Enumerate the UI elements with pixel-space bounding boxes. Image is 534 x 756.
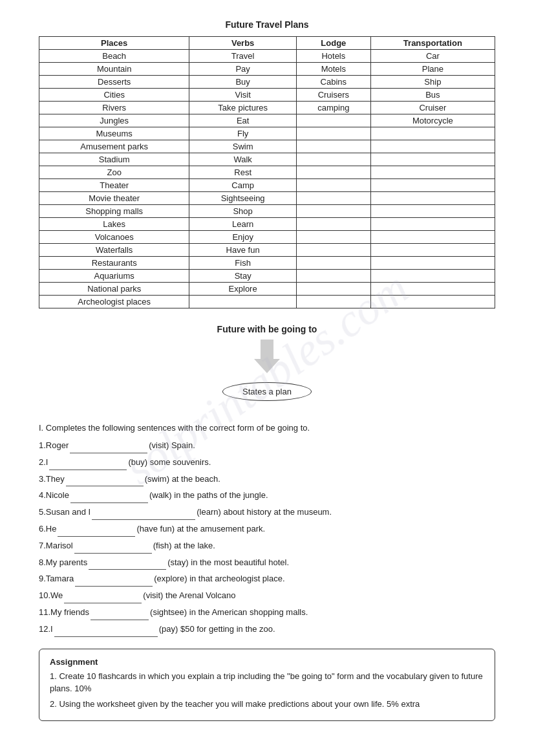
exercise-prefix: Tamara — [46, 574, 74, 583]
table-cell: Rest — [189, 166, 297, 179]
exercise-verb: (learn) — [197, 507, 223, 517]
table-cell: Waterfalls — [39, 244, 189, 257]
table-cell — [296, 218, 370, 231]
exercise-rest: about history at the museum. — [223, 507, 332, 517]
table-row: VolcanoesEnjoy — [39, 231, 495, 244]
table-cell — [296, 231, 370, 244]
table-cell: Cruisers — [296, 89, 370, 102]
table-row: RestaurantsFish — [39, 257, 495, 270]
table-cell: camping — [296, 102, 370, 114]
exercise-num: 7. — [39, 541, 46, 550]
arrow-shape — [254, 340, 280, 373]
exercise-rest: in the American shopping malls. — [189, 607, 308, 617]
exercise-rest: at the lake. — [174, 541, 215, 550]
table-cell: Museums — [39, 127, 189, 140]
table-cell: Fly — [189, 127, 297, 140]
table-cell — [370, 192, 495, 205]
assignment-item-2: 2. Using the worksheet given by the teac… — [50, 698, 484, 711]
exercise-verb: (swim) — [145, 474, 172, 484]
table-cell: Zoo — [39, 166, 189, 179]
assignment-item-1: 1. Create 10 flashcards in which you exp… — [50, 670, 484, 695]
exercise-num: 5. — [39, 507, 46, 517]
exercise-verb: (visit) — [143, 590, 166, 600]
exercise-num: 10. — [39, 590, 50, 600]
exercise-rest: the Arenal Volcano — [166, 590, 235, 600]
table-cell: Take pictures — [189, 102, 297, 114]
table-cell — [296, 296, 370, 308]
list-item: 10.We (visit) the Arenal Volcano — [39, 589, 495, 603]
table-row: Shopping mallsShop — [39, 205, 495, 218]
exercise-num: 11. — [39, 607, 50, 617]
table-cell — [370, 218, 495, 231]
exercise-rest: some souvenirs. — [150, 457, 211, 467]
table-cell — [296, 257, 370, 270]
table-cell: National parks — [39, 283, 189, 296]
exercise-verb: (explore) — [154, 574, 189, 583]
table-cell — [296, 166, 370, 179]
table-cell — [370, 270, 495, 283]
list-item: 1.Roger (visit) Spain. — [39, 439, 495, 453]
exercise-verb: (visit) — [149, 440, 171, 450]
table-cell: Cruiser — [370, 102, 495, 114]
exercise-verb: (buy) — [128, 457, 149, 467]
col-header-places: Places — [39, 37, 189, 50]
table-cell — [189, 296, 297, 308]
table-cell — [370, 231, 495, 244]
list-item: 6.He (have fun) at the amusement park. — [39, 523, 495, 537]
exercise-rest: in that archeologist place. — [189, 574, 284, 583]
table-cell: Hotels — [296, 50, 370, 63]
table-cell — [370, 153, 495, 166]
table-cell: Amusement parks — [39, 140, 189, 153]
exercise-blank — [58, 523, 135, 537]
table-row: TheaterCamp — [39, 179, 495, 192]
states-a-plan-oval: States a plan — [222, 382, 312, 401]
table-cell: Walk — [189, 153, 297, 166]
page-title: Future Travel Plans — [39, 19, 495, 30]
table-cell: Pay — [189, 63, 297, 76]
list-item: 8.My parents (stay) in the most beautifu… — [39, 556, 495, 570]
list-item: 7.Marisol (fish) at the lake. — [39, 539, 495, 554]
table-cell — [370, 244, 495, 257]
table-cell: Aquariums — [39, 270, 189, 283]
table-cell — [370, 257, 495, 270]
arrow-head — [254, 359, 280, 373]
exercise-blank — [70, 489, 148, 503]
table-cell — [296, 192, 370, 205]
exercise-rest: Spain. — [171, 440, 195, 450]
exercise-rest: in the most beautiful hotel. — [191, 557, 289, 567]
exercise-prefix: I — [46, 457, 48, 467]
table-cell: Cities — [39, 89, 189, 102]
table-row: LakesLearn — [39, 218, 495, 231]
exercise-verb: (fish) — [153, 541, 175, 550]
exercise-verb: (have fun) — [136, 524, 176, 534]
table-cell: Motorcycle — [370, 114, 495, 127]
list-item: 11.My friends (sightsee) in the American… — [39, 606, 495, 620]
table-row: ZooRest — [39, 166, 495, 179]
table-row: Movie theaterSightseeing — [39, 192, 495, 205]
list-item: 2.I (buy) some souvenirs. — [39, 456, 495, 470]
exercise-verb: (walk) — [149, 490, 174, 500]
exercise-rest: at the beach. — [172, 474, 220, 484]
table-cell: Buy — [189, 76, 297, 89]
table-row: StadiumWalk — [39, 153, 495, 166]
exercise-blank — [54, 623, 158, 637]
exercise-verb: (pay) — [159, 624, 180, 634]
exercise-instructions: I. Completes the following sentences wit… — [39, 423, 495, 433]
table-row: Amusement parksSwim — [39, 140, 495, 153]
exercise-num: 8. — [39, 557, 46, 567]
table-cell: Visit — [189, 89, 297, 102]
exercise-blank — [92, 506, 195, 520]
exercise-num: 9. — [39, 574, 46, 583]
exercise-verb: (sightsee) — [150, 607, 189, 617]
table-cell: Explore — [189, 283, 297, 296]
table-cell: Fish — [189, 257, 297, 270]
exercise-blank — [89, 556, 166, 570]
table-cell: Camp — [189, 179, 297, 192]
exercise-blank — [70, 439, 147, 453]
table-cell — [370, 166, 495, 179]
table-cell: Shop — [189, 205, 297, 218]
vocabulary-table: Places Verbs Lodge Transportation BeachT… — [39, 36, 495, 308]
table-cell — [370, 179, 495, 192]
future-section-title: Future with be going to — [39, 324, 495, 334]
exercise-num: 1. — [39, 440, 46, 450]
